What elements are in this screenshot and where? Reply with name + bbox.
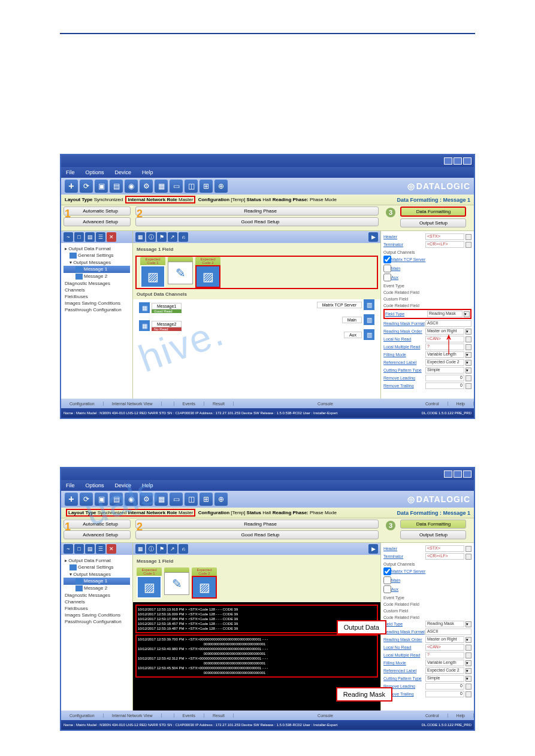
tab-network-view[interactable]: Internal Network View [104,714,162,718]
tb-icon-9[interactable]: ⊞ [200,180,213,193]
menu-help[interactable]: Help [142,482,153,488]
separator-box[interactable]: ✎ [168,257,193,288]
prop-terminator[interactable]: Terminator [383,242,425,247]
mt-icon-5[interactable]: ⎌ [179,232,188,242]
flow-aux[interactable]: Aux▥ [344,329,374,340]
prop-ref-label[interactable]: Referenced Label [383,669,425,673]
add-icon[interactable]: + [65,180,78,193]
chk-tcp[interactable] [383,567,391,575]
chk-aux[interactable] [383,274,391,281]
tab-events[interactable]: Events [174,714,204,718]
lt-icon-2[interactable]: □ [74,232,84,242]
prop-cut-pattern[interactable]: Cutting Pattern Type [383,368,425,372]
reading-phase-button[interactable]: Reading Phase [135,520,379,529]
mt-icon-3[interactable]: ⚑ [157,232,167,242]
tab-control[interactable]: Control [417,402,448,406]
menu-device[interactable]: Device [115,482,132,488]
dropdown-icon[interactable]: ▾ [466,329,471,335]
tree-root[interactable]: ▸ Output Data Format [64,557,130,564]
tree-message-2[interactable]: Message 2 [64,273,130,280]
auto-setup-button[interactable]: Automatic Setup [64,520,131,529]
output-setup-button[interactable]: Output Setup [400,530,466,539]
mt-icon-3[interactable]: ⚑ [157,544,167,554]
edit-icon[interactable] [466,645,471,651]
tb-icon-6[interactable]: ▦ [155,180,168,193]
expected-code-2[interactable]: Expected Code 2▨ [192,567,217,599]
tree-fieldbuses[interactable]: Fieldbuses [64,293,130,300]
flow-main[interactable]: Main▥ [342,314,374,325]
tree-diag[interactable]: Diagnostic Messages [64,280,130,287]
lt-icon-3[interactable]: ▤ [85,544,95,554]
expected-code-1[interactable]: Expected Code 1▨ [137,567,162,599]
dropdown-icon[interactable]: ▾ [466,360,471,366]
tab-result[interactable]: Result [204,714,234,718]
tb-icon-7[interactable]: ▭ [170,180,183,193]
dropdown-icon[interactable]: ▾ [466,352,471,358]
edit-icon[interactable] [466,652,471,658]
dropdown-icon[interactable]: ▾ [466,660,471,666]
close-icon[interactable] [463,157,471,165]
mt-icon-4[interactable]: ↗ [168,544,177,554]
play-icon[interactable]: ▶ [368,544,378,554]
prop-remove-leading[interactable]: Remove Leading [383,376,425,380]
spinner-icon[interactable] [466,375,471,381]
flow-tcp[interactable]: Matrix TCP Server▥ [317,299,374,310]
add-icon[interactable]: + [65,493,78,506]
edit-icon[interactable] [466,234,471,240]
chk-aux[interactable] [383,585,391,593]
chk-tcp[interactable] [383,256,391,263]
tree-root[interactable]: ▸ Output Data Format [64,245,130,252]
lt-icon-1[interactable]: ~ [64,544,73,554]
lt-icon-1[interactable]: ~ [64,232,73,242]
lt-icon-2[interactable]: □ [74,544,84,554]
flow-msg2[interactable]: ▦Message2No Read [139,320,182,331]
prop-local-noread[interactable]: Local No Read [383,645,425,649]
menu-options[interactable]: Options [86,169,104,175]
play-icon[interactable]: ▶ [368,232,378,242]
prop-cut-pattern[interactable]: Cutting Pattern Type [383,676,425,681]
prop-local-multiread[interactable]: Local Multiple Read [383,653,425,657]
flow-msg1[interactable]: ▦Message1Good Read [139,302,182,313]
tab-result[interactable]: Result [204,402,234,406]
tree-output-msgs[interactable]: ▾ Output Messages [64,259,130,266]
output-setup-button[interactable]: Output Setup [400,218,466,227]
edit-icon[interactable] [466,546,471,552]
prop-rm-format[interactable]: Reading Mask Format [383,630,425,634]
menu-device[interactable]: Device [115,169,132,175]
close-icon[interactable] [463,470,471,478]
tb-icon-8[interactable]: ◫ [185,180,198,193]
tb-icon-4[interactable]: ◉ [125,493,138,506]
tab-configuration[interactable]: Configuration [61,402,104,406]
tab-console[interactable]: Console [234,402,417,406]
edit-icon[interactable] [466,344,471,350]
tb-icon-4[interactable]: ◉ [125,180,138,193]
tab-events[interactable]: Events [174,402,204,406]
tb-icon-3[interactable]: ▤ [110,493,123,506]
prop-remove-trailing[interactable]: Remove Trailing [383,384,425,388]
mt-icon-5[interactable]: ⎌ [179,544,188,554]
tab-help[interactable]: Help [448,714,474,718]
mt-icon-1[interactable]: ▦ [135,232,145,242]
prop-ref-label[interactable]: Referenced Label [383,360,425,365]
tab-control[interactable]: Control [417,714,448,718]
max-icon[interactable] [454,157,462,165]
tb-icon-2[interactable]: ▣ [95,180,108,193]
edit-icon[interactable] [466,554,471,560]
tab-console[interactable]: Console [234,714,417,718]
lt-icon-3[interactable]: ▤ [85,232,95,242]
tab-help[interactable]: Help [448,402,474,406]
menu-file[interactable]: File [66,482,75,488]
tab-network-view[interactable]: Internal Network View [104,402,162,406]
chk-main[interactable] [383,576,391,584]
mt-icon-2[interactable]: ⓘ [146,232,156,242]
reading-phase-button[interactable]: Reading Phase [135,207,379,215]
tree-images[interactable]: Images Saving Conditions [64,300,130,306]
prop-fill-mode[interactable]: Filling Mode [383,661,425,665]
max-icon[interactable] [454,470,462,478]
prop-rm-order[interactable]: Reading Mask Order [383,637,425,642]
mt-icon-1[interactable]: ▦ [135,544,145,554]
tree-channels[interactable]: Channels [64,287,130,293]
tb-icon-1[interactable]: ⟳ [80,493,93,506]
min-icon[interactable] [444,157,452,165]
lt-icon-4[interactable]: ☰ [96,232,105,242]
